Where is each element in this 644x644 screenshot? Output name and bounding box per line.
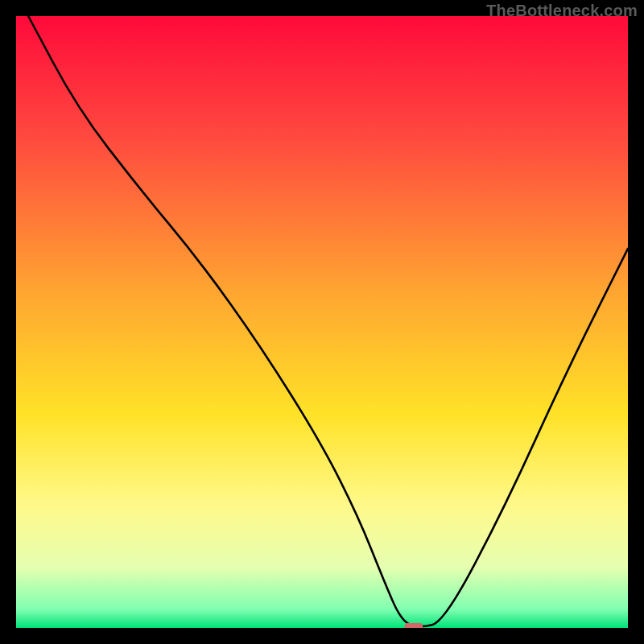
bottleneck-chart xyxy=(0,0,644,644)
chart-container: TheBottleneck.com xyxy=(0,0,644,644)
plot-background xyxy=(16,16,628,628)
watermark-text: TheBottleneck.com xyxy=(486,2,638,20)
